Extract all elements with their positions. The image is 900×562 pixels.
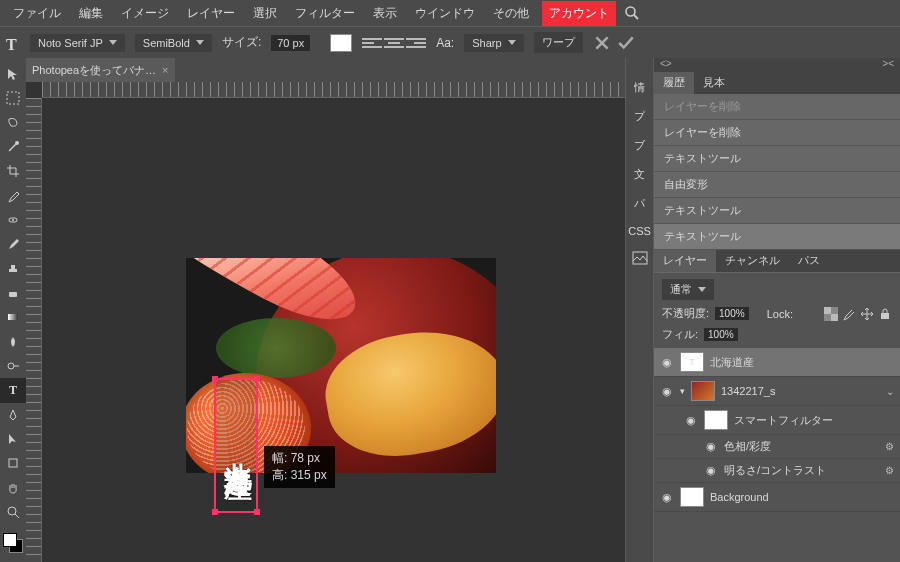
font-size-input[interactable]: 70 px bbox=[271, 35, 310, 51]
visibility-icon[interactable]: ◉ bbox=[660, 385, 674, 398]
font-weight-dropdown[interactable]: SemiBold bbox=[135, 34, 212, 52]
menu-filter[interactable]: フィルター bbox=[286, 1, 364, 26]
collapse-left-icon[interactable]: <> bbox=[660, 58, 672, 72]
align-center-button[interactable] bbox=[384, 34, 404, 52]
layer-name[interactable]: 北海道産 bbox=[710, 355, 754, 370]
layer-row[interactable]: ◉ スマートフィルター bbox=[654, 406, 900, 435]
side-props-icon[interactable]: プ bbox=[634, 109, 645, 124]
lock-position-icon[interactable] bbox=[860, 307, 874, 321]
menu-image[interactable]: イメージ bbox=[112, 1, 178, 26]
layer-name[interactable]: 1342217_s bbox=[721, 385, 775, 397]
layer-name[interactable]: スマートフィルター bbox=[734, 413, 833, 428]
cancel-icon[interactable] bbox=[593, 34, 611, 52]
zoom-tool[interactable] bbox=[0, 500, 26, 524]
side-info-icon[interactable]: 情 bbox=[634, 80, 645, 95]
side-css-icon[interactable]: CSS bbox=[628, 225, 651, 237]
text-selection-box[interactable]: 北海道産 bbox=[214, 378, 258, 513]
layer-name[interactable]: Background bbox=[710, 491, 769, 503]
layer-row[interactable]: ◉ T 北海道産 bbox=[654, 348, 900, 377]
resize-handle-bl[interactable] bbox=[212, 509, 218, 515]
path-select-tool[interactable] bbox=[0, 427, 26, 451]
menu-layer[interactable]: レイヤー bbox=[178, 1, 244, 26]
gear-icon[interactable]: ⚙ bbox=[885, 441, 894, 452]
type-tool[interactable]: T bbox=[0, 378, 26, 402]
layer-row[interactable]: ◉ 明るさ/コントラスト ⚙ bbox=[654, 459, 900, 483]
history-item[interactable]: レイヤーを削除 bbox=[654, 94, 900, 120]
eyedropper-tool[interactable] bbox=[0, 184, 26, 208]
tab-history[interactable]: 履歴 bbox=[654, 72, 694, 94]
side-char-icon[interactable]: 文 bbox=[634, 167, 645, 182]
visibility-icon[interactable]: ◉ bbox=[660, 491, 674, 504]
tab-paths[interactable]: パス bbox=[789, 250, 829, 272]
hand-tool[interactable] bbox=[0, 476, 26, 500]
history-item[interactable]: 自由変形 bbox=[654, 172, 900, 198]
resize-handle-tr[interactable] bbox=[254, 376, 260, 382]
visibility-icon[interactable]: ◉ bbox=[684, 414, 698, 427]
chevron-down-icon[interactable]: ⌄ bbox=[886, 386, 894, 397]
wand-tool[interactable] bbox=[0, 135, 26, 159]
menu-file[interactable]: ファイル bbox=[4, 1, 70, 26]
menu-account[interactable]: アカウント bbox=[542, 1, 616, 26]
lasso-tool[interactable] bbox=[0, 111, 26, 135]
layer-row[interactable]: ◉ 色相/彩度 ⚙ bbox=[654, 435, 900, 459]
expand-icon[interactable]: ▾ bbox=[680, 386, 685, 396]
text-color-swatch[interactable] bbox=[330, 34, 352, 52]
fill-input[interactable]: 100% bbox=[704, 328, 738, 341]
collapse-right-icon[interactable]: >< bbox=[882, 58, 894, 72]
menu-view[interactable]: 表示 bbox=[364, 1, 406, 26]
brush-tool[interactable] bbox=[0, 232, 26, 256]
blur-tool[interactable] bbox=[0, 330, 26, 354]
gradient-tool[interactable] bbox=[0, 305, 26, 329]
tab-layers[interactable]: レイヤー bbox=[654, 250, 716, 272]
visibility-icon[interactable]: ◉ bbox=[704, 440, 718, 453]
opacity-input[interactable]: 100% bbox=[715, 307, 749, 320]
vertical-text[interactable]: 北海道産 bbox=[216, 380, 256, 511]
heal-tool[interactable] bbox=[0, 208, 26, 232]
lock-all-icon[interactable] bbox=[878, 307, 892, 321]
dodge-tool[interactable] bbox=[0, 354, 26, 378]
side-image-icon[interactable] bbox=[632, 251, 648, 267]
menu-select[interactable]: 選択 bbox=[244, 1, 286, 26]
resize-handle-tl[interactable] bbox=[212, 376, 218, 382]
confirm-icon[interactable] bbox=[617, 34, 635, 52]
crop-tool[interactable] bbox=[0, 159, 26, 183]
resize-handle-br[interactable] bbox=[254, 509, 260, 515]
visibility-icon[interactable]: ◉ bbox=[660, 356, 674, 369]
font-family-dropdown[interactable]: Noto Serif JP bbox=[30, 34, 125, 52]
workspace[interactable]: 北海道産 幅: 78 px 高: 315 px bbox=[26, 98, 625, 562]
gear-icon[interactable]: ⚙ bbox=[885, 465, 894, 476]
menu-edit[interactable]: 編集 bbox=[70, 1, 112, 26]
blend-mode-dropdown[interactable]: 通常 bbox=[662, 279, 714, 300]
align-left-button[interactable] bbox=[362, 34, 382, 52]
layer-row[interactable]: ◉ Background bbox=[654, 483, 900, 512]
align-right-button[interactable] bbox=[406, 34, 426, 52]
color-swatches[interactable] bbox=[0, 530, 26, 562]
close-tab-icon[interactable]: × bbox=[162, 64, 168, 76]
shape-tool[interactable] bbox=[0, 451, 26, 475]
lock-pixels-icon[interactable] bbox=[842, 307, 856, 321]
menu-other[interactable]: その他 bbox=[484, 1, 538, 26]
eraser-tool[interactable] bbox=[0, 281, 26, 305]
document-tab[interactable]: Photopeaを使ってバナ…× bbox=[26, 58, 175, 82]
layer-name[interactable]: 色相/彩度 bbox=[724, 439, 771, 454]
antialias-dropdown[interactable]: Sharp bbox=[464, 34, 523, 52]
side-para-icon[interactable]: パ bbox=[634, 196, 645, 211]
tab-swatches[interactable]: 見本 bbox=[694, 72, 734, 94]
history-item[interactable]: レイヤーを削除 bbox=[654, 120, 900, 146]
side-brush-icon[interactable]: ブ bbox=[634, 138, 645, 153]
lock-transparent-icon[interactable] bbox=[824, 307, 838, 321]
layer-row[interactable]: ◉ ▾ 1342217_s ⌄ bbox=[654, 377, 900, 406]
pen-tool[interactable] bbox=[0, 403, 26, 427]
warp-button[interactable]: ワープ bbox=[534, 32, 583, 53]
tab-channels[interactable]: チャンネル bbox=[716, 250, 789, 272]
history-item[interactable]: テキストツール bbox=[654, 146, 900, 172]
visibility-icon[interactable]: ◉ bbox=[704, 464, 718, 477]
marquee-tool[interactable] bbox=[0, 86, 26, 110]
layer-name[interactable]: 明るさ/コントラスト bbox=[724, 463, 826, 478]
move-tool[interactable] bbox=[0, 62, 26, 86]
stamp-tool[interactable] bbox=[0, 257, 26, 281]
search-icon[interactable] bbox=[624, 5, 640, 21]
menu-window[interactable]: ウインドウ bbox=[406, 1, 484, 26]
history-item[interactable]: テキストツール bbox=[654, 224, 900, 250]
history-item[interactable]: テキストツール bbox=[654, 198, 900, 224]
